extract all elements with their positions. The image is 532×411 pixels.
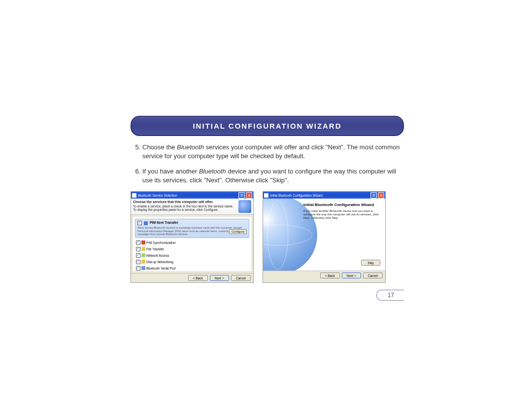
file-transfer-icon xyxy=(141,247,145,251)
dialup-icon xyxy=(141,260,145,264)
step-6-a: If you have another xyxy=(142,168,199,175)
app-icon xyxy=(264,193,268,198)
service-row[interactable]: Dial-up Networking xyxy=(135,259,249,265)
back-button[interactable]: < Back xyxy=(188,275,208,281)
service-row[interactable]: File Transfer xyxy=(135,246,249,252)
help-button[interactable]: ? xyxy=(370,192,377,199)
pim-sync-icon xyxy=(141,240,145,244)
service-label: Network Access xyxy=(146,254,169,257)
close-button[interactable]: × xyxy=(246,192,252,199)
window-title: Bluetooth Service Selection xyxy=(138,194,177,197)
checkbox[interactable] xyxy=(136,260,140,264)
service-label: PIM Synchronization xyxy=(146,241,176,244)
checkbox[interactable] xyxy=(136,247,140,251)
step-6-em: Bluetooth xyxy=(199,168,226,175)
bluetooth-icon xyxy=(238,200,251,213)
service-label: Bluetooth Serial Port xyxy=(146,267,176,270)
skip-button[interactable]: Skip xyxy=(361,260,380,266)
service-row[interactable]: Bluetooth Serial Port xyxy=(135,265,249,272)
service-label: File Transfer xyxy=(146,247,164,251)
pim-transfer-icon xyxy=(144,221,148,225)
banner-text: Choose the services that this computer w… xyxy=(133,200,237,213)
screenshot-row: Bluetooth Service Selection ? × Choose t… xyxy=(131,191,404,283)
wizard-body-text: If you have another Bluetooth device and… xyxy=(303,209,381,220)
configure-button[interactable]: Configure xyxy=(229,229,247,234)
service-row[interactable]: Network Access xyxy=(135,252,249,259)
step-5: Choose the Bluetooth services your compu… xyxy=(142,143,404,160)
service-hl-title: PIM Item Transfer xyxy=(150,221,178,224)
wizard-heading: Initial Bluetooth Configuration Wizard xyxy=(303,203,381,207)
section-header: INITIAL CONFIGURATION WIZARD xyxy=(131,116,404,136)
serial-port-icon xyxy=(141,266,145,270)
service-label: Dial-up Networking xyxy=(146,260,173,264)
page-number: 17 xyxy=(376,290,404,301)
service-row[interactable]: PIM Synchronization xyxy=(135,240,249,246)
network-access-icon xyxy=(141,253,145,257)
checkbox[interactable] xyxy=(136,240,140,245)
banner-line1: To enable a service, place a check in th… xyxy=(133,205,233,208)
checkbox[interactable] xyxy=(136,266,140,271)
services-list: PIM Item Transfer Allow remote Bluetooth… xyxy=(133,217,251,271)
titlebar: Initial Bluetooth Configuration Wizard ?… xyxy=(263,192,385,199)
cancel-button[interactable]: Cancel xyxy=(363,273,383,278)
banner-bold: Choose the services that this computer w… xyxy=(133,200,213,204)
checkbox[interactable] xyxy=(136,253,140,258)
step-5-em: Bluetooth xyxy=(177,143,204,151)
step-5-a: Choose the xyxy=(142,143,177,151)
page-number-container: 17 xyxy=(131,290,404,301)
app-icon xyxy=(132,193,136,198)
titlebar: Bluetooth Service Selection ? × xyxy=(131,192,253,199)
next-button[interactable]: Next > xyxy=(210,275,229,281)
checkbox[interactable] xyxy=(137,221,142,225)
help-button[interactable]: ? xyxy=(238,192,245,199)
cancel-button[interactable]: Cancel xyxy=(231,275,251,281)
step-6: If you have another Bluetooth device and… xyxy=(142,167,404,184)
dialog-initial-wizard: Initial Bluetooth Configuration Wizard ?… xyxy=(263,191,386,283)
back-button[interactable]: < Back xyxy=(320,273,340,278)
banner-line2: To display the properties panel for a se… xyxy=(133,208,218,211)
service-highlight[interactable]: PIM Item Transfer Allow remote Bluetooth… xyxy=(135,219,249,238)
dialog-service-selection: Bluetooth Service Selection ? × Choose t… xyxy=(131,191,254,283)
next-button[interactable]: Next > xyxy=(342,273,361,278)
window-title: Initial Bluetooth Configuration Wizard xyxy=(270,194,323,197)
close-button[interactable]: × xyxy=(378,192,384,199)
wizard-body: Initial Bluetooth Configuration Wizard I… xyxy=(263,199,385,271)
instructions: Choose the Bluetooth services your compu… xyxy=(131,143,404,184)
